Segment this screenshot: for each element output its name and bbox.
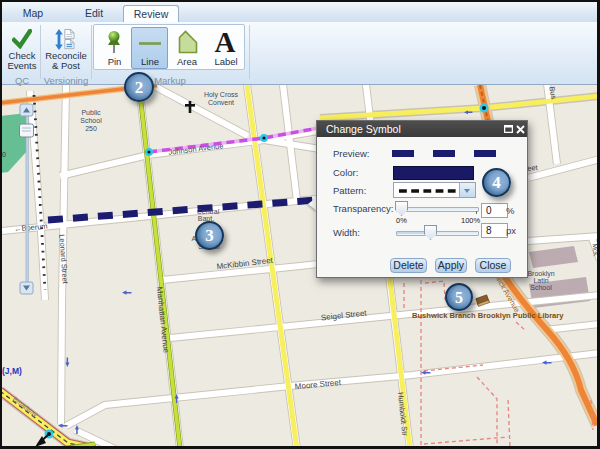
svg-text:Public: Public	[81, 109, 101, 116]
svg-text:Bushwick Branch Brooklyn Publi: Bushwick Branch Brooklyn Public Library	[412, 311, 564, 320]
svg-text:McK: McK	[592, 243, 600, 257]
svg-text:Latin: Latin	[533, 277, 548, 284]
svg-text:Central: Central	[197, 208, 220, 215]
svg-text:0: 0	[2, 151, 6, 158]
svg-text:Holy Cross: Holy Cross	[204, 91, 239, 99]
svg-text:School: School	[530, 284, 552, 291]
svg-text:(J,M): (J,M)	[2, 366, 22, 376]
svg-text:250: 250	[85, 125, 97, 132]
svg-text:School: School	[80, 117, 102, 124]
svg-text:Convent: Convent	[208, 99, 234, 106]
